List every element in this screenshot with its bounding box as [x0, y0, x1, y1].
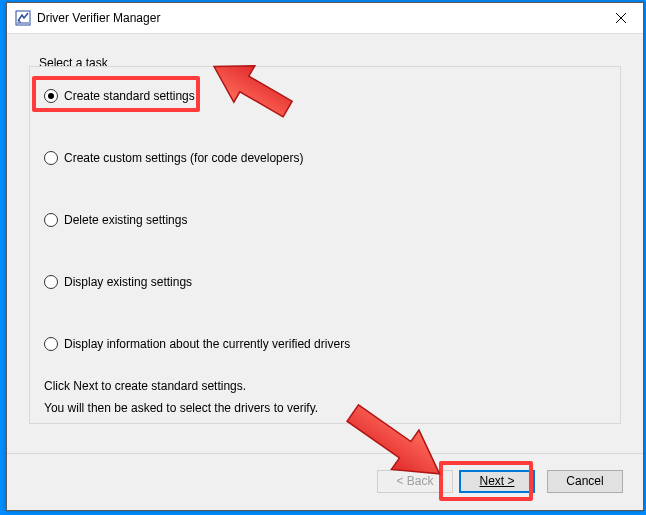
next-button[interactable]: Next >: [459, 470, 535, 493]
radio-delete-existing[interactable]: Delete existing settings: [44, 213, 187, 227]
close-icon: [616, 13, 626, 23]
radio-icon: [44, 213, 58, 227]
radio-icon: [44, 151, 58, 165]
radio-display-current[interactable]: Display information about the currently …: [44, 337, 350, 351]
cancel-button[interactable]: Cancel: [547, 470, 623, 493]
back-button: < Back: [377, 470, 453, 493]
radio-create-standard[interactable]: Create standard settings: [44, 89, 195, 103]
titlebar[interactable]: Driver Verifier Manager: [7, 3, 643, 34]
radio-create-custom[interactable]: Create custom settings (for code develop…: [44, 151, 303, 165]
info-text-1: Click Next to create standard settings.: [44, 379, 246, 393]
dialog-window: Driver Verifier Manager Select a task Cr…: [6, 2, 644, 511]
button-bar: < Back Next > Cancel: [7, 453, 643, 510]
radio-icon: [44, 89, 58, 103]
radio-label: Delete existing settings: [64, 213, 187, 227]
radio-label: Create standard settings: [64, 89, 195, 103]
radio-icon: [44, 275, 58, 289]
radio-label: Display existing settings: [64, 275, 192, 289]
radio-icon: [44, 337, 58, 351]
info-text-2: You will then be asked to select the dri…: [44, 401, 318, 415]
task-panel: Create standard settings Create custom s…: [29, 66, 621, 424]
app-icon: [15, 10, 31, 26]
radio-label: Display information about the currently …: [64, 337, 350, 351]
radio-display-existing[interactable]: Display existing settings: [44, 275, 192, 289]
client-area: Select a task Create standard settings C…: [7, 34, 643, 510]
window-title: Driver Verifier Manager: [37, 11, 160, 25]
close-button[interactable]: [598, 3, 643, 33]
radio-label: Create custom settings (for code develop…: [64, 151, 303, 165]
